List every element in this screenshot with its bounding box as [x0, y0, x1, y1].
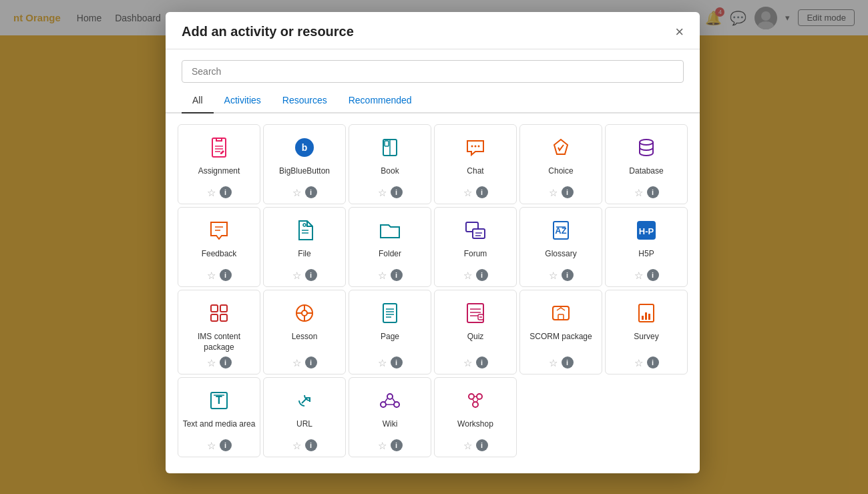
svg-rect-54 [645, 312, 647, 320]
star-button[interactable]: ☆ [378, 441, 387, 451]
info-button[interactable]: i [476, 439, 488, 451]
card-actions: ☆i [378, 356, 403, 368]
info-button[interactable]: i [562, 186, 574, 198]
info-button[interactable]: i [305, 356, 317, 368]
activity-card-ims[interactable]: IMS content package☆i [178, 290, 260, 375]
svg-point-19 [303, 224, 306, 226]
info-button[interactable]: i [562, 356, 574, 368]
info-button[interactable]: i [476, 269, 488, 281]
star-button[interactable]: ☆ [549, 270, 558, 280]
activity-card-url[interactable]: URL☆i [263, 377, 346, 457]
info-button[interactable]: i [476, 356, 488, 368]
info-button[interactable]: i [220, 439, 232, 451]
star-button[interactable]: ☆ [634, 358, 643, 368]
info-button[interactable]: i [647, 356, 659, 368]
card-actions: ☆i [207, 439, 232, 451]
info-button[interactable]: i [476, 186, 488, 198]
svg-text:b: b [302, 142, 308, 153]
info-button[interactable]: i [391, 356, 403, 368]
activity-card-workshop[interactable]: Workshop☆i [434, 377, 517, 457]
activity-card-database[interactable]: Database☆i [605, 124, 688, 204]
info-button[interactable]: i [391, 439, 403, 451]
activity-name: Survey [634, 332, 658, 352]
info-button[interactable]: i [305, 439, 317, 451]
svg-rect-39 [383, 304, 397, 322]
card-actions: ☆i [463, 356, 488, 368]
assignment-icon [204, 133, 234, 162]
star-button[interactable]: ☆ [463, 358, 472, 368]
activity-card-choice[interactable]: Choice☆i [519, 124, 602, 204]
svg-point-60 [381, 402, 386, 407]
star-button[interactable]: ☆ [207, 358, 216, 368]
tab-recommended[interactable]: Recommended [338, 91, 423, 113]
star-button[interactable]: ☆ [292, 270, 301, 280]
info-button[interactable]: i [220, 186, 232, 198]
card-actions: ☆i [292, 439, 317, 451]
star-button[interactable]: ☆ [463, 441, 472, 451]
info-button[interactable]: i [220, 269, 232, 281]
activity-card-quiz[interactable]: Quiz☆i [434, 290, 517, 375]
activity-card-chat[interactable]: Chat☆i [434, 124, 517, 204]
star-button[interactable]: ☆ [378, 358, 387, 368]
activity-card-forum[interactable]: Forum☆i [434, 207, 517, 287]
h5p-icon: H-P [632, 216, 661, 245]
activity-name: IMS content package [182, 332, 256, 352]
info-button[interactable]: i [391, 269, 403, 281]
svg-rect-50 [553, 306, 569, 320]
star-button[interactable]: ☆ [634, 270, 643, 280]
star-button[interactable]: ☆ [207, 188, 216, 198]
ims-icon [204, 298, 234, 328]
activity-card-textmedia[interactable]: TText and media area☆i [178, 377, 260, 457]
activity-card-survey[interactable]: Survey☆i [605, 290, 688, 375]
activity-card-page[interactable]: Page☆i [349, 290, 431, 375]
activity-card-assignment[interactable]: Assignment☆i [178, 124, 260, 204]
star-button[interactable]: ☆ [549, 358, 558, 368]
activity-card-wiki[interactable]: Wiki☆i [349, 377, 431, 457]
info-button[interactable]: i [305, 186, 317, 198]
activity-card-file[interactable]: File☆i [263, 207, 346, 287]
info-button[interactable]: i [391, 186, 403, 198]
activity-name: File [298, 249, 310, 265]
star-button[interactable]: ☆ [463, 188, 472, 198]
activity-card-h5p[interactable]: H-PH5P☆i [605, 207, 688, 287]
star-button[interactable]: ☆ [378, 188, 387, 198]
star-button[interactable]: ☆ [549, 188, 558, 198]
tab-resources[interactable]: Resources [272, 91, 338, 113]
activity-card-book[interactable]: Book☆i [349, 124, 431, 204]
tab-all[interactable]: All [182, 91, 214, 113]
star-button[interactable]: ☆ [292, 358, 301, 368]
star-button[interactable]: ☆ [463, 270, 472, 280]
activity-card-folder[interactable]: Folder☆i [349, 207, 431, 287]
star-button[interactable]: ☆ [634, 188, 643, 198]
tab-activities[interactable]: Activities [214, 91, 272, 113]
activity-card-bigbluebutton[interactable]: bBigBlueButton☆i [263, 124, 346, 204]
star-button[interactable]: ☆ [378, 270, 387, 280]
search-input[interactable] [182, 60, 684, 83]
svg-rect-53 [642, 316, 644, 320]
card-actions: ☆i [378, 439, 403, 451]
svg-rect-29 [211, 305, 218, 312]
activity-card-lesson[interactable]: Lesson☆i [263, 290, 346, 375]
card-actions: ☆i [634, 356, 659, 368]
page-icon [375, 298, 405, 328]
info-button[interactable]: i [647, 186, 659, 198]
star-button[interactable]: ☆ [207, 441, 216, 451]
card-actions: ☆i [463, 439, 488, 451]
feedback-icon [204, 216, 234, 245]
info-button[interactable]: i [220, 356, 232, 368]
activity-name: Lesson [292, 332, 318, 352]
star-button[interactable]: ☆ [207, 270, 216, 280]
activity-card-feedback[interactable]: Feedback☆i [178, 207, 260, 287]
info-button[interactable]: i [647, 269, 659, 281]
url-icon [290, 386, 319, 415]
activity-name: Book [381, 166, 399, 182]
star-button[interactable]: ☆ [292, 188, 301, 198]
activity-card-glossary[interactable]: AZGlossary☆i [519, 207, 602, 287]
activity-card-scorm[interactable]: SCORM package☆i [519, 290, 602, 375]
info-button[interactable]: i [305, 269, 317, 281]
workshop-icon [461, 386, 490, 415]
card-actions: ☆i [292, 269, 317, 281]
star-button[interactable]: ☆ [292, 441, 301, 451]
modal-close-button[interactable]: × [675, 25, 684, 39]
info-button[interactable]: i [562, 269, 574, 281]
